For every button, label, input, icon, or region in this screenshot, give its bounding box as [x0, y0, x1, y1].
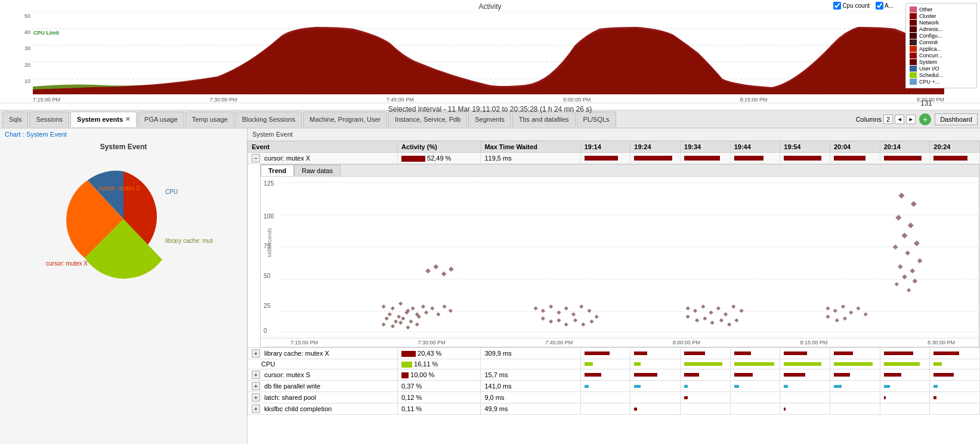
timeline-cell — [780, 153, 830, 164]
svg-text:50: 50 — [264, 273, 271, 279]
svg-text:125: 125 — [264, 180, 274, 187]
svg-rect-48 — [425, 269, 431, 273]
legend-item: Network — [910, 20, 973, 26]
svg-rect-82 — [734, 318, 738, 322]
legend-item: System — [910, 59, 973, 65]
max-time-cell: 141,0 ms — [481, 381, 580, 392]
svg-rect-63 — [557, 318, 561, 322]
legend-item: Concurr... — [910, 53, 973, 58]
svg-rect-94 — [895, 215, 901, 221]
activity-cell: 0,11 % — [397, 403, 480, 415]
svg-rect-55 — [557, 310, 561, 314]
max-time-cell: 119,5 ms — [481, 153, 580, 164]
svg-rect-70 — [701, 304, 705, 309]
event-cell: + latch: shared pool — [248, 392, 398, 403]
col-t2024: 20:24 — [930, 141, 980, 153]
svg-rect-69 — [693, 309, 697, 313]
timeline-cell — [930, 153, 980, 164]
columns-decrease-btn[interactable]: ◄ — [895, 115, 904, 124]
svg-rect-85 — [841, 304, 845, 309]
table-row: + db file parallel write 0,37 % 141,0 ms — [248, 381, 980, 392]
legend-item: Applica... — [910, 46, 973, 52]
svg-rect-83 — [826, 306, 830, 310]
svg-rect-84 — [833, 309, 837, 313]
svg-rect-33 — [385, 316, 389, 320]
svg-rect-59 — [587, 309, 591, 313]
legend-item: Other — [910, 7, 973, 13]
svg-rect-62 — [549, 319, 553, 323]
left-panel-title: System Event — [0, 140, 247, 153]
svg-rect-88 — [864, 312, 868, 316]
expand-button[interactable]: + — [252, 382, 260, 390]
svg-rect-34 — [394, 319, 398, 323]
trend-cell: Trend Raw datas 125 100 75 5 — [248, 164, 980, 348]
max-time-cell: 15,7 ms — [481, 369, 580, 381]
event-cell: + cursor: mutex S — [248, 369, 398, 381]
legend-item: Configu... — [910, 33, 973, 39]
svg-rect-99 — [905, 251, 910, 255]
left-panel: Chart : System Event System Event cursor… — [0, 128, 248, 444]
expand-button[interactable]: + — [252, 349, 260, 357]
svg-rect-39 — [430, 306, 434, 310]
svg-rect-42 — [449, 309, 453, 313]
svg-rect-72 — [716, 306, 721, 310]
col-t1954: 19:54 — [780, 141, 830, 153]
svg-rect-44 — [391, 324, 395, 328]
cpu-count-checkbox[interactable]: Cpu count — [833, 2, 870, 10]
svg-rect-50 — [441, 272, 447, 276]
svg-rect-80 — [719, 318, 724, 322]
svg-rect-96 — [901, 233, 907, 239]
svg-rect-76 — [686, 314, 690, 319]
expand-button[interactable]: + — [252, 393, 260, 402]
expand-button[interactable]: + — [252, 405, 260, 413]
event-cell: + library cache: mutex X — [248, 348, 398, 359]
svg-rect-46 — [406, 325, 410, 329]
col-t1944: 19:44 — [730, 141, 780, 153]
trend-tab-trend[interactable]: Trend — [261, 165, 294, 176]
expand-button[interactable]: + — [252, 371, 260, 379]
columns-increase-btn[interactable]: ► — [906, 115, 916, 124]
svg-text:CPU: CPU — [165, 189, 178, 195]
table-row: + latch: shared pool 0,12 % 9,0 ms — [248, 392, 980, 403]
svg-text:100: 100 — [264, 213, 274, 220]
auto-checkbox[interactable]: A... — [876, 2, 894, 10]
activity-cell: 16,11 % — [397, 359, 480, 369]
svg-rect-35 — [401, 316, 405, 320]
svg-rect-77 — [695, 318, 699, 322]
event-cell: − cursor: mutex X — [248, 153, 398, 164]
svg-rect-60 — [595, 314, 599, 319]
main-content: Chart : System Event System Event cursor… — [0, 128, 980, 444]
interval-bar: Selected Interval - 11 Mar 19:11:02 to 2… — [0, 103, 980, 115]
svg-rect-103 — [902, 275, 907, 279]
trend-tab-raw[interactable]: Raw datas — [294, 165, 341, 176]
svg-rect-90 — [835, 318, 839, 322]
event-cell: + db file parallel write — [248, 381, 398, 392]
svg-rect-102 — [910, 269, 915, 273]
breadcrumb[interactable]: Chart : System Event — [0, 128, 247, 140]
svg-rect-100 — [917, 258, 923, 263]
svg-rect-36 — [409, 319, 413, 323]
svg-rect-41 — [443, 304, 447, 309]
interval-text: Selected Interval - 11 Mar 19:11:02 to 2… — [388, 105, 592, 113]
activity-chart: Activity 50 40 30 20 10 CPU Limit — [0, 0, 980, 110]
svg-rect-65 — [573, 318, 577, 322]
right-panel: System Event Event Activity (%) — [248, 128, 980, 444]
max-time-cell — [481, 359, 580, 369]
tab-close-icon[interactable]: ✕ — [125, 116, 130, 122]
svg-rect-56 — [564, 306, 568, 310]
expand-button[interactable]: − — [252, 154, 260, 162]
legend-item: CPU +... — [910, 79, 973, 85]
svg-rect-106 — [907, 288, 911, 292]
svg-rect-71 — [709, 310, 713, 314]
svg-rect-24 — [391, 306, 395, 310]
trend-tabs: Trend Raw datas — [261, 165, 979, 177]
y-axis-labels: 50 40 30 20 10 — [0, 12, 33, 95]
legend-checkboxes: Cpu count A... — [833, 2, 894, 10]
timeline-cell — [580, 153, 630, 164]
svg-rect-86 — [849, 310, 853, 314]
timeline-cell — [830, 153, 880, 164]
svg-rect-75 — [739, 309, 743, 313]
svg-text:cursor: mutex S: cursor: mutex S — [98, 185, 140, 192]
columns-value: 2 — [883, 115, 893, 124]
svg-rect-52 — [534, 306, 538, 310]
